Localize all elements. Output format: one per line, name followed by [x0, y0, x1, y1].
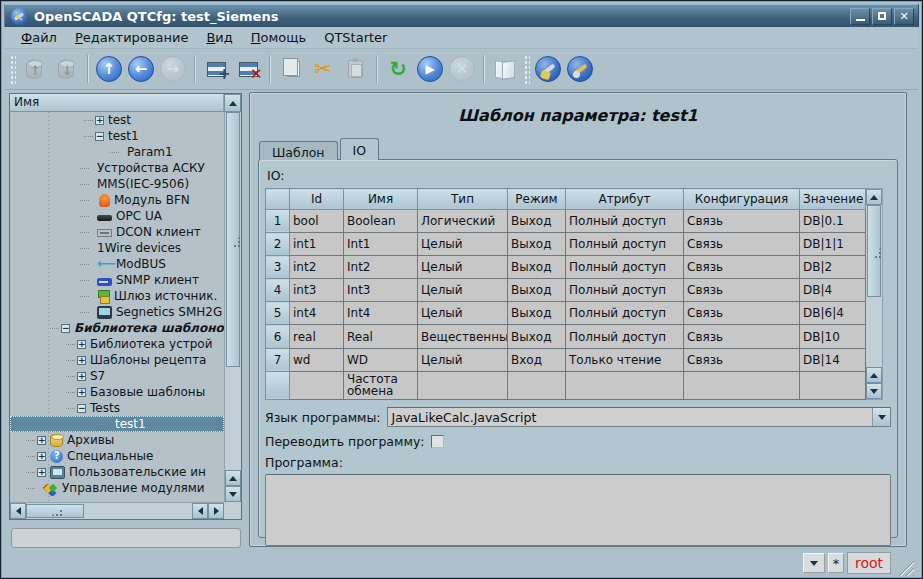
table-row[interactable]: 7wdWDЦелыйВходТолько чтениеСвязьDB|14 — [266, 348, 866, 371]
table-row[interactable]: 2int1Int1ЦелыйВыходПолный доступСвязьDB|… — [266, 233, 866, 256]
tree-vscroll-thumb[interactable] — [226, 112, 240, 367]
table-cell[interactable]: Логический — [418, 209, 508, 232]
tree-item-snmp-клиент[interactable]: SNMP клиент — [10, 272, 224, 288]
table-cell[interactable] — [566, 371, 684, 399]
table-cell[interactable]: int4 — [290, 302, 344, 325]
tree-item-пользовательские-ин[interactable]: +Пользовательские ин — [10, 464, 224, 480]
tree-item-модуль-bfn[interactable]: Модуль BFN — [10, 192, 224, 208]
combo-dropdown-icon[interactable] — [873, 408, 890, 426]
tree-scroll-left2-button[interactable] — [192, 503, 208, 519]
table-cell[interactable]: Целый — [418, 348, 508, 371]
tab-template[interactable]: Шаблон — [259, 141, 338, 160]
table-cell[interactable]: Полный доступ — [566, 233, 684, 256]
program-textarea[interactable] — [265, 474, 891, 546]
table-cell[interactable]: real — [290, 325, 344, 348]
tree-scroll-up2-button[interactable] — [225, 470, 241, 486]
table-cell[interactable]: Int3 — [344, 279, 418, 302]
tree-item-test1[interactable]: test1 — [10, 416, 224, 432]
table-cell[interactable]: Выход — [508, 325, 566, 348]
table-cell[interactable]: DB|4 — [800, 279, 866, 302]
expand-icon[interactable]: + — [77, 372, 86, 381]
table-cell[interactable]: Real — [344, 325, 418, 348]
resize-grip[interactable] — [897, 559, 914, 576]
tab-io[interactable]: IO — [340, 138, 380, 160]
table-cell[interactable]: Связь — [684, 348, 800, 371]
table-cell[interactable]: Выход — [508, 302, 566, 325]
titlebar[interactable]: OpenSCADA QTCfg: test_Siemens ✕ — [4, 4, 919, 27]
tree-scroll-left-button[interactable] — [10, 503, 26, 519]
collapse-icon[interactable]: − — [77, 404, 86, 413]
table-cell[interactable]: Полный доступ — [566, 256, 684, 279]
row-number-cell[interactable]: 7 — [266, 348, 290, 371]
translate-checkbox[interactable] — [431, 435, 444, 448]
maximize-button[interactable] — [872, 8, 892, 25]
expand-icon[interactable]: + — [37, 452, 46, 461]
row-number-cell[interactable] — [266, 371, 290, 399]
table-cell[interactable] — [418, 371, 508, 399]
column-header[interactable]: Id — [290, 189, 344, 210]
table-cell[interactable]: bool — [290, 209, 344, 232]
table-cell[interactable]: Связь — [684, 209, 800, 232]
tree-scroll-down-button[interactable] — [225, 486, 241, 502]
expand-icon[interactable]: + — [37, 468, 46, 477]
table-cell[interactable]: Целый — [418, 302, 508, 325]
table-cell[interactable]: Полный доступ — [566, 325, 684, 348]
cut-icon[interactable]: ✂ — [307, 53, 339, 85]
table-scroll-up-button[interactable] — [866, 189, 882, 205]
table-row[interactable]: 4int3Int3ЦелыйВыходПолный доступСвязьDB|… — [266, 279, 866, 302]
table-scroll-down-button[interactable] — [866, 383, 882, 399]
status-modified-button[interactable]: * — [828, 553, 844, 573]
table-cell[interactable]: Связь — [684, 279, 800, 302]
tree-scroll-up-button[interactable] — [224, 94, 241, 112]
qtstarter-launch-icon[interactable] — [564, 53, 596, 85]
status-dropdown-button[interactable] — [803, 553, 825, 573]
menu-item-5[interactable]: QTStarter — [316, 28, 395, 47]
table-cell[interactable]: Связь — [684, 233, 800, 256]
table-vscroll-thumb[interactable] — [867, 205, 881, 297]
tree-item-библиотека-устрой[interactable]: +Библиотека устрой — [10, 336, 224, 352]
tree-scroll-right-button[interactable] — [208, 503, 224, 519]
tree-item-шаблоны-рецепта[interactable]: +Шаблоны рецепта — [10, 352, 224, 368]
table-cell[interactable]: int1 — [290, 233, 344, 256]
tree-item-test1[interactable]: −test1 — [10, 128, 224, 144]
table-cell[interactable]: Boolean — [344, 209, 418, 232]
table-cell[interactable]: Полный доступ — [566, 302, 684, 325]
table-cell[interactable]: Полный доступ — [566, 209, 684, 232]
table-cell[interactable]: Связь — [684, 256, 800, 279]
table-cell[interactable] — [800, 371, 866, 399]
table-cell[interactable]: DB|14 — [800, 348, 866, 371]
column-header[interactable]: Режим — [508, 189, 566, 210]
io-table[interactable]: IdИмяТипРежимАтрибутКонфигурацияЗначение… — [265, 188, 866, 400]
tree-item-s7[interactable]: +S7 — [10, 368, 224, 384]
table-cell[interactable]: wd — [290, 348, 344, 371]
table-cell[interactable] — [508, 371, 566, 399]
expand-icon[interactable]: + — [95, 116, 104, 125]
tree-item-управление-модулями[interactable]: Управление модулями — [10, 480, 224, 496]
table-cell[interactable]: int3 — [290, 279, 344, 302]
tree-item-tests[interactable]: −Tests — [10, 400, 224, 416]
table-cell[interactable] — [290, 371, 344, 399]
refresh-icon[interactable]: ↻ — [382, 53, 414, 85]
close-button[interactable]: ✕ — [894, 8, 914, 25]
table-cell[interactable]: Связь — [684, 302, 800, 325]
column-header[interactable]: Атрибут — [566, 189, 684, 210]
row-number-cell[interactable]: 4 — [266, 279, 290, 302]
table-cell[interactable]: DB|1|1 — [800, 233, 866, 256]
tree-item-dcon-клиент[interactable]: DCON клиент — [10, 224, 224, 240]
table-cell[interactable]: Частотаобмена — [344, 371, 418, 399]
start-icon[interactable]: ▶ — [414, 53, 446, 85]
table-cell[interactable]: Выход — [508, 279, 566, 302]
collapse-icon[interactable]: − — [61, 324, 70, 333]
tree-item-modbus[interactable]: ModBUS — [10, 256, 224, 272]
tree-item-архивы[interactable]: +Архивы — [10, 432, 224, 448]
column-header[interactable]: Имя — [344, 189, 418, 210]
expand-icon[interactable]: + — [77, 340, 86, 349]
table-cell[interactable]: DB|0.1 — [800, 209, 866, 232]
tree-item-специальные[interactable]: +Специальные — [10, 448, 224, 464]
manual-icon[interactable] — [489, 53, 521, 85]
row-number-cell[interactable]: 5 — [266, 302, 290, 325]
column-header[interactable]: Значение — [800, 189, 866, 210]
table-row-partial[interactable]: Частотаобмена — [266, 371, 866, 399]
copy-icon[interactable] — [275, 53, 307, 85]
table-vertical-scrollbar[interactable] — [866, 188, 883, 400]
